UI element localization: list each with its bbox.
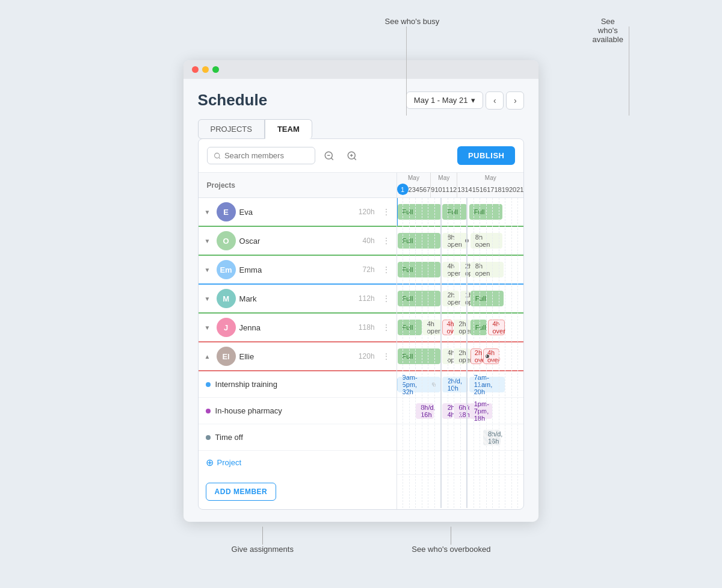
member-menu-emma[interactable]: ⋮ (382, 265, 390, 274)
annotation-overbooked-line (451, 527, 451, 545)
ellie-bar-2: 4h open (442, 348, 452, 364)
cal-section-3: May 13 14 15 16 17 18 19 20 (457, 173, 523, 197)
jenna-bar-2: 4h open (422, 320, 442, 335)
timeoff-schedule-row: 8h/d, 16h (397, 424, 524, 451)
mark-schedule-row: Full 2h open 1h open Full (397, 285, 524, 314)
annotation-assignments-container: Give assignments (232, 527, 294, 554)
expand-chevron-oscar[interactable]: ▼ (205, 238, 213, 244)
ellie-bar-1: Full (398, 348, 441, 364)
day-19: 19 (502, 186, 509, 193)
jenna-bar-6: 4h over (488, 320, 504, 335)
oscar-bar-1: Full (398, 233, 441, 249)
mark-bar-3: 1h open (460, 291, 471, 306)
next-arrow[interactable]: › (506, 91, 524, 110)
add-project-icon[interactable]: ⊕ (206, 457, 214, 468)
search-box[interactable] (207, 147, 315, 164)
eva-bar-1: Full (398, 204, 442, 220)
project-dot-pharmacy (206, 409, 211, 413)
member-hours-oscar: 40h (363, 237, 375, 245)
right-panel: May 1 2 3 4 5 6 7 (397, 173, 524, 509)
member-info-ellie: ▲ El Ellie 120h ⋮ (199, 343, 397, 370)
expand-chevron-eva[interactable]: ▼ (205, 209, 213, 215)
tab-projects[interactable]: PROJECTS (198, 119, 265, 139)
grid-container: Projects ▼ E Eva 120h ⋮ (199, 173, 524, 509)
annotation-overbooked: See who's overbooked (412, 545, 490, 554)
day-1: 1 (397, 184, 409, 195)
member-menu-oscar[interactable]: ⋮ (382, 236, 390, 246)
member-hours-jenna: 118h (359, 323, 375, 332)
avatar-mark: M (217, 289, 236, 308)
member-name-oscar: Oscar (239, 237, 359, 246)
tab-team[interactable]: TEAM (265, 119, 312, 139)
dot-red (192, 66, 199, 73)
expand-chevron-mark[interactable]: ▼ (205, 296, 213, 302)
internship-schedule-row: 9am-5pm, 32h 2h/d, 10h 7am-11am, 20h (397, 371, 524, 398)
member-menu-mark[interactable]: ⋮ (382, 294, 390, 303)
expand-chevron-jenna[interactable]: ▼ (205, 324, 213, 331)
svg-rect-9 (433, 384, 435, 386)
calendar-header: May 1 2 3 4 5 6 7 (397, 173, 524, 198)
avatar-ellie: El (217, 347, 236, 366)
oscar-dot-marker (465, 239, 469, 243)
dot-yellow (202, 66, 209, 73)
add-project-label[interactable]: Project (217, 458, 241, 467)
prev-arrow[interactable]: ‹ (486, 91, 504, 110)
date-range-label: May 1 - May 21 (414, 96, 468, 105)
month-label-1: May (397, 173, 431, 181)
member-menu-jenna[interactable]: ⋮ (382, 323, 390, 332)
add-project-row: ⊕ Project (199, 451, 396, 474)
expand-chevron-ellie[interactable]: ▲ (205, 353, 213, 360)
days-row-1: 1 2 3 4 5 6 7 (397, 181, 431, 197)
publish-button[interactable]: PUBLISH (457, 146, 516, 165)
member-row-ellie: ▲ El Ellie 120h ⋮ (199, 342, 396, 371)
left-panel: Projects ▼ E Eva 120h ⋮ (199, 173, 397, 509)
mark-bar-1: Full (398, 291, 441, 306)
member-name-jenna: Jenna (239, 323, 355, 332)
member-row-mark: ▼ M Mark 112h ⋮ (199, 285, 396, 314)
member-hours-emma: 72h (363, 265, 375, 274)
days-row-2: 9 10 11 12 (431, 181, 457, 197)
member-menu-ellie[interactable]: ⋮ (382, 351, 390, 361)
mark-bar-4: Full (471, 291, 504, 306)
project-title-pharmacy: In-house pharmacy (215, 406, 282, 415)
add-member-button[interactable]: ADD MEMBER (206, 483, 277, 501)
member-hours-mark: 112h (359, 294, 375, 303)
day-20: 20 (509, 186, 516, 193)
tabs: PROJECTS TEAM (198, 119, 525, 139)
date-range-button[interactable]: May 1 - May 21 ▾ (406, 91, 484, 109)
bottom-annotations: Give assignments See who's overbooked (184, 527, 539, 554)
svg-point-0 (214, 153, 219, 158)
month-label-2: May (431, 173, 457, 181)
ellie-bar-3: 2h open (454, 348, 470, 364)
add-member-row: ADD MEMBER (199, 474, 396, 509)
pharmacy-schedule-row: 8h/d, 16h 2h/d, 4h 6h/d, 18h 1pm-7pm, 18… (397, 398, 524, 424)
cal-section-2: May 9 10 11 12 (431, 173, 457, 197)
annotation-assignments: Give assignments (232, 545, 294, 554)
day-17: 17 (487, 186, 494, 193)
member-name-emma: Emma (239, 265, 359, 274)
search-input[interactable] (224, 151, 309, 160)
panel-toolbar: PUBLISH (199, 139, 524, 173)
zoom-out-button[interactable] (320, 147, 338, 165)
emma-schedule-row: Full 4h open 2h open 8h open (397, 256, 524, 285)
day-10: 10 (434, 186, 442, 193)
project-dot-timeoff (206, 435, 211, 440)
member-info-mark: ▼ M Mark 112h ⋮ (199, 285, 397, 312)
zoom-in-button[interactable] (343, 147, 361, 165)
project-dot-internship (206, 382, 211, 387)
ellie-bar-4: 2h over (471, 348, 482, 364)
timeoff-bar-1: 8h/d, 16h (483, 430, 501, 445)
month-label-3: May (457, 173, 523, 181)
expand-chevron-emma[interactable]: ▼ (205, 267, 213, 273)
search-icon (214, 152, 221, 160)
pharmacy-bar-4: 1pm-7pm, 18h (469, 403, 492, 419)
annotation-available: See who's available (593, 17, 623, 44)
day-11: 11 (442, 186, 449, 193)
member-menu-eva[interactable]: ⋮ (382, 207, 390, 217)
search-area (207, 147, 361, 165)
browser-chrome (184, 60, 539, 79)
jenna-bar-5: Full (471, 320, 487, 335)
annotation-busy: See who's busy (385, 17, 440, 26)
internship-bar-2: 2h/d, 10h (442, 377, 467, 392)
emma-bar-4: 8h open (471, 262, 504, 277)
